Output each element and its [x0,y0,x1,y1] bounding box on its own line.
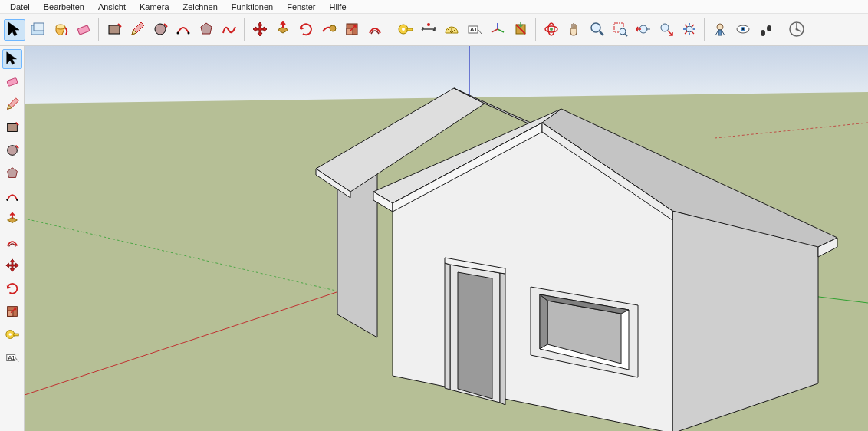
menu-kamera[interactable]: Kamera [134,2,175,12]
rectangle-tool[interactable] [2,118,22,138]
offset-icon [367,21,383,39]
look-icon [735,21,751,39]
door-frame-right-side [500,273,505,405]
arc-icon [5,189,20,206]
tape-icon [397,21,414,39]
move-tool[interactable] [2,256,22,276]
offset-tool[interactable] [364,19,386,41]
move-tool[interactable] [249,19,271,41]
next-icon [658,21,675,39]
scene-canvas[interactable] [25,46,868,431]
axes-tool[interactable] [487,19,508,41]
line-tool[interactable] [2,95,22,115]
dimension-tool[interactable] [418,19,439,41]
info-icon [788,21,805,39]
polygon-tool[interactable] [2,164,22,184]
door-opening [458,272,492,399]
rotate-tool[interactable] [295,19,317,41]
text-tool[interactable] [464,19,485,41]
pushpull-icon [275,21,291,39]
zoom-extents[interactable] [679,19,700,41]
paint-bucket[interactable] [50,19,71,41]
zoom-icon [589,21,606,39]
zoom-window[interactable] [610,19,631,41]
window-recess-left [540,294,547,349]
toolbar-top [0,14,868,46]
rotate-icon [5,281,20,298]
door-frame-left-side [445,263,450,390]
walk[interactable] [755,19,777,41]
previous-view[interactable] [633,19,654,41]
bucket-icon [52,21,69,39]
select-tool[interactable] [2,49,22,69]
position-camera[interactable] [709,19,731,41]
scale-tool[interactable] [2,302,22,322]
move-icon [252,21,268,39]
text-icon [5,350,20,367]
cursor-icon [5,51,20,67]
menu-funktionen[interactable]: Funktionen [226,2,278,12]
circle-tool[interactable] [150,19,171,41]
eraser-icon [75,21,92,39]
zoomwin-icon [612,21,629,39]
freehand-tool[interactable] [219,19,240,41]
polygon-icon [5,166,20,183]
eraser[interactable] [2,72,22,92]
model-info[interactable] [786,19,807,41]
pencil-icon [5,97,20,114]
polygon-tool[interactable] [196,19,217,41]
dimension-icon [420,21,437,39]
select-tool[interactable] [4,19,25,41]
menubar: DateiBearbeitenAnsichtKameraZeichnenFunk… [0,0,868,14]
rotate-icon [298,21,314,39]
arc-tool[interactable] [173,19,194,41]
toolbar-separator [244,18,245,41]
toolbar-separator [535,18,537,41]
orbit[interactable] [541,19,562,41]
pencil-icon [129,21,146,39]
orbit-icon [543,21,560,39]
cursor-icon [6,21,23,39]
menu-zeichnen[interactable]: Zeichnen [178,2,223,12]
circle-icon [5,143,20,160]
pan[interactable] [564,19,585,41]
circle-tool[interactable] [2,141,22,161]
pan-icon [566,21,583,39]
text-tool[interactable] [2,348,22,368]
line-tool[interactable] [127,19,148,41]
scale-icon [5,304,20,321]
look-around[interactable] [732,19,754,41]
eraser[interactable] [73,19,94,41]
toolbar-separator [390,18,391,41]
freehand-icon [221,21,238,39]
push-pull[interactable] [272,19,294,41]
push-pull[interactable] [2,210,22,230]
tape-measure[interactable] [395,19,416,41]
offset-tool[interactable] [2,233,22,253]
make-component[interactable] [27,19,48,41]
rectangle-icon [5,120,20,137]
section-plane[interactable] [510,19,531,41]
protractor[interactable] [441,19,462,41]
eraser-icon [5,74,20,90]
axes-icon [489,21,506,39]
menu-ansicht[interactable]: Ansicht [93,2,131,12]
scale-tool[interactable] [341,19,363,41]
circle-icon [152,21,169,39]
rectangle-tool[interactable] [104,19,125,41]
zoom[interactable] [587,19,608,41]
toolbar-separator [781,18,782,41]
rotate-tool[interactable] [2,279,22,299]
component-icon [29,21,46,39]
next-view[interactable] [656,19,677,41]
viewport-3d[interactable] [25,46,868,431]
menu-datei[interactable]: Datei [5,2,35,12]
arc-tool[interactable] [2,187,22,207]
tape-measure[interactable] [2,325,22,345]
section-icon [512,21,529,39]
menu-hilfe[interactable]: Hilfe [324,2,352,12]
menu-fenster[interactable]: Fenster [281,2,321,12]
menu-bearbeiten[interactable]: Bearbeiten [38,2,90,12]
follow-me[interactable] [318,19,340,41]
arc-icon [175,21,192,39]
